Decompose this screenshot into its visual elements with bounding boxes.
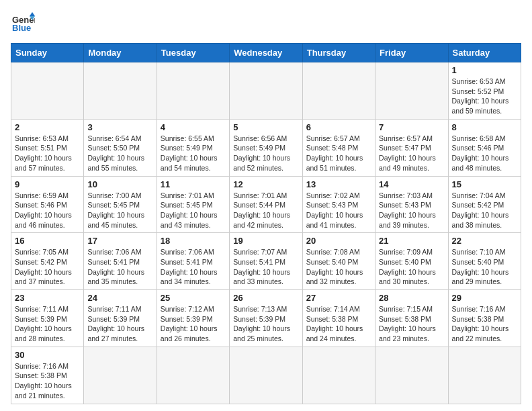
day-info: Sunrise: 7:04 AMSunset: 5:42 PMDaylight:…: [452, 191, 517, 230]
day-info: Sunrise: 6:58 AMSunset: 5:46 PMDaylight:…: [452, 134, 517, 173]
day-info: Sunrise: 7:11 AMSunset: 5:39 PMDaylight:…: [15, 304, 80, 344]
calendar-day-cell: 12Sunrise: 7:01 AMSunset: 5:44 PMDayligh…: [230, 176, 302, 233]
day-info: Sunrise: 7:16 AMSunset: 5:38 PMDaylight:…: [15, 361, 80, 401]
day-number: 28: [379, 293, 444, 303]
weekday-header-row: SundayMondayTuesdayWednesdayThursdayFrid…: [11, 44, 521, 62]
calendar-day-cell: [448, 347, 521, 404]
day-info: Sunrise: 7:12 AMSunset: 5:39 PMDaylight:…: [161, 304, 226, 344]
calendar-day-cell: 16Sunrise: 7:05 AMSunset: 5:42 PMDayligh…: [11, 233, 84, 290]
svg-marker-2: [30, 12, 35, 16]
day-info: Sunrise: 7:02 AMSunset: 5:43 PMDaylight:…: [306, 191, 371, 230]
calendar-week-row: 30Sunrise: 7:16 AMSunset: 5:38 PMDayligh…: [11, 347, 521, 404]
calendar-day-cell: 30Sunrise: 7:16 AMSunset: 5:38 PMDayligh…: [11, 347, 84, 404]
weekday-header-sunday: Sunday: [11, 44, 84, 62]
calendar-day-cell: 26Sunrise: 7:13 AMSunset: 5:39 PMDayligh…: [230, 290, 302, 347]
day-number: 20: [306, 236, 371, 246]
day-info: Sunrise: 6:57 AMSunset: 5:47 PMDaylight:…: [379, 134, 444, 173]
day-number: 27: [306, 293, 371, 303]
calendar-day-cell: 8Sunrise: 6:58 AMSunset: 5:46 PMDaylight…: [448, 119, 521, 176]
day-info: Sunrise: 6:54 AMSunset: 5:50 PMDaylight:…: [87, 134, 152, 173]
day-info: Sunrise: 7:16 AMSunset: 5:38 PMDaylight:…: [452, 304, 517, 344]
calendar-day-cell: 3Sunrise: 6:54 AMSunset: 5:50 PMDaylight…: [84, 119, 157, 176]
calendar-day-cell: 7Sunrise: 6:57 AMSunset: 5:47 PMDaylight…: [375, 119, 448, 176]
day-info: Sunrise: 7:06 AMSunset: 5:41 PMDaylight:…: [161, 247, 226, 287]
day-number: 26: [233, 293, 298, 303]
day-info: Sunrise: 7:07 AMSunset: 5:41 PMDaylight:…: [233, 247, 298, 287]
calendar-day-cell: [375, 62, 448, 120]
calendar-day-cell: 5Sunrise: 6:56 AMSunset: 5:49 PMDaylight…: [230, 119, 302, 176]
day-info: Sunrise: 7:08 AMSunset: 5:40 PMDaylight:…: [306, 247, 371, 287]
day-number: 16: [15, 236, 80, 246]
calendar-day-cell: 27Sunrise: 7:14 AMSunset: 5:38 PMDayligh…: [302, 290, 375, 347]
logo: General Blue: [11, 11, 39, 35]
day-info: Sunrise: 7:01 AMSunset: 5:45 PMDaylight:…: [161, 191, 226, 230]
calendar-day-cell: 15Sunrise: 7:04 AMSunset: 5:42 PMDayligh…: [448, 176, 521, 233]
logo-icon: General Blue: [11, 11, 35, 35]
svg-text:Blue: Blue: [12, 23, 31, 33]
calendar-day-cell: 29Sunrise: 7:16 AMSunset: 5:38 PMDayligh…: [448, 290, 521, 347]
day-number: 23: [15, 293, 80, 303]
calendar-day-cell: 18Sunrise: 7:06 AMSunset: 5:41 PMDayligh…: [157, 233, 229, 290]
day-info: Sunrise: 7:03 AMSunset: 5:43 PMDaylight:…: [379, 191, 444, 230]
day-number: 25: [161, 293, 226, 303]
day-number: 11: [161, 179, 226, 189]
calendar-day-cell: 25Sunrise: 7:12 AMSunset: 5:39 PMDayligh…: [157, 290, 229, 347]
calendar-week-row: 16Sunrise: 7:05 AMSunset: 5:42 PMDayligh…: [11, 233, 521, 290]
day-number: 24: [87, 293, 152, 303]
calendar-day-cell: [230, 347, 302, 404]
weekday-header-wednesday: Wednesday: [230, 44, 302, 62]
day-number: 14: [379, 179, 444, 189]
calendar-day-cell: 13Sunrise: 7:02 AMSunset: 5:43 PMDayligh…: [302, 176, 375, 233]
day-number: 30: [15, 350, 80, 360]
calendar-day-cell: 14Sunrise: 7:03 AMSunset: 5:43 PMDayligh…: [375, 176, 448, 233]
calendar-day-cell: 21Sunrise: 7:09 AMSunset: 5:40 PMDayligh…: [375, 233, 448, 290]
day-info: Sunrise: 7:13 AMSunset: 5:39 PMDaylight:…: [233, 304, 298, 344]
day-info: Sunrise: 7:11 AMSunset: 5:39 PMDaylight:…: [87, 304, 152, 344]
weekday-header-saturday: Saturday: [448, 44, 521, 62]
calendar-table: SundayMondayTuesdayWednesdayThursdayFrid…: [11, 43, 521, 404]
calendar-day-cell: 17Sunrise: 7:06 AMSunset: 5:41 PMDayligh…: [84, 233, 157, 290]
day-number: 29: [452, 293, 517, 303]
day-number: 9: [15, 179, 80, 189]
day-number: 8: [452, 122, 517, 132]
day-number: 2: [15, 122, 80, 132]
calendar-day-cell: 11Sunrise: 7:01 AMSunset: 5:45 PMDayligh…: [157, 176, 229, 233]
day-info: Sunrise: 7:00 AMSunset: 5:45 PMDaylight:…: [87, 191, 152, 230]
calendar-day-cell: 28Sunrise: 7:15 AMSunset: 5:38 PMDayligh…: [375, 290, 448, 347]
day-info: Sunrise: 7:01 AMSunset: 5:44 PMDaylight:…: [233, 191, 298, 230]
day-info: Sunrise: 7:14 AMSunset: 5:38 PMDaylight:…: [306, 304, 371, 344]
calendar-week-row: 2Sunrise: 6:53 AMSunset: 5:51 PMDaylight…: [11, 119, 521, 176]
calendar-day-cell: [84, 62, 157, 120]
calendar-day-cell: 24Sunrise: 7:11 AMSunset: 5:39 PMDayligh…: [84, 290, 157, 347]
day-number: 3: [87, 122, 152, 132]
calendar-week-row: 1Sunrise: 6:53 AMSunset: 5:52 PMDaylight…: [11, 62, 521, 120]
weekday-header-tuesday: Tuesday: [157, 44, 229, 62]
calendar-day-cell: 6Sunrise: 6:57 AMSunset: 5:48 PMDaylight…: [302, 119, 375, 176]
day-number: 12: [233, 179, 298, 189]
day-info: Sunrise: 6:55 AMSunset: 5:49 PMDaylight:…: [161, 134, 226, 173]
calendar-day-cell: [157, 62, 229, 120]
calendar-day-cell: [84, 347, 157, 404]
calendar-day-cell: 22Sunrise: 7:10 AMSunset: 5:40 PMDayligh…: [448, 233, 521, 290]
calendar-day-cell: [302, 347, 375, 404]
calendar-day-cell: 2Sunrise: 6:53 AMSunset: 5:51 PMDaylight…: [11, 119, 84, 176]
day-info: Sunrise: 7:15 AMSunset: 5:38 PMDaylight:…: [379, 304, 444, 344]
day-number: 4: [161, 122, 226, 132]
day-number: 19: [233, 236, 298, 246]
calendar-day-cell: 10Sunrise: 7:00 AMSunset: 5:45 PMDayligh…: [84, 176, 157, 233]
calendar-day-cell: 19Sunrise: 7:07 AMSunset: 5:41 PMDayligh…: [230, 233, 302, 290]
day-info: Sunrise: 6:53 AMSunset: 5:52 PMDaylight:…: [452, 77, 517, 116]
calendar-day-cell: 1Sunrise: 6:53 AMSunset: 5:52 PMDaylight…: [448, 62, 521, 120]
day-number: 13: [306, 179, 371, 189]
day-number: 15: [452, 179, 517, 189]
calendar-day-cell: [302, 62, 375, 120]
day-number: 1: [452, 65, 517, 75]
day-number: 17: [87, 236, 152, 246]
weekday-header-friday: Friday: [375, 44, 448, 62]
day-info: Sunrise: 7:06 AMSunset: 5:41 PMDaylight:…: [87, 247, 152, 287]
day-number: 18: [161, 236, 226, 246]
calendar-day-cell: [375, 347, 448, 404]
day-info: Sunrise: 6:56 AMSunset: 5:49 PMDaylight:…: [233, 134, 298, 173]
day-info: Sunrise: 6:59 AMSunset: 5:46 PMDaylight:…: [15, 191, 80, 230]
calendar-day-cell: 4Sunrise: 6:55 AMSunset: 5:49 PMDaylight…: [157, 119, 229, 176]
